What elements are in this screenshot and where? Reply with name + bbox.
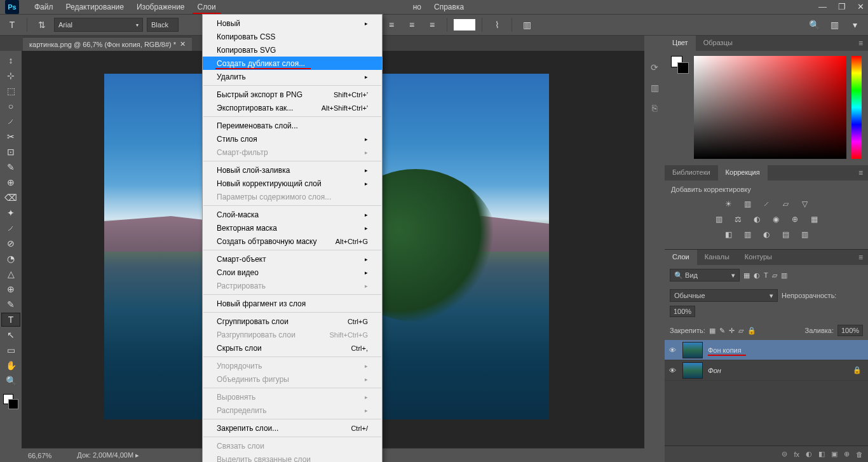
document-tab[interactable]: картинка.png @ 66,7% (Фон копия, RGB/8#)… bbox=[23, 37, 192, 51]
trash-icon[interactable]: 🗑 bbox=[856, 451, 863, 458]
adj-mixer-icon[interactable]: ⊕ bbox=[789, 214, 801, 225]
tool-hand[interactable]: ✋ bbox=[1, 358, 20, 372]
tool-marquee[interactable]: ⬚ bbox=[1, 84, 20, 98]
tab-adjustments[interactable]: Коррекция bbox=[718, 165, 768, 180]
blend-mode-select[interactable]: Обычные▾ bbox=[670, 289, 778, 302]
menu-group[interactable]: Сгруппировать слоиCtrl+G bbox=[203, 315, 382, 328]
new-layer-icon[interactable]: ⊕ bbox=[844, 450, 850, 458]
filter-smart-icon[interactable]: ▥ bbox=[781, 271, 787, 280]
tool-move[interactable]: ↕ bbox=[1, 53, 20, 67]
text-color-swatch[interactable] bbox=[454, 19, 475, 31]
fx-icon[interactable]: fx bbox=[794, 451, 799, 458]
menu-smart-object[interactable]: Смарт-объект▸ bbox=[203, 252, 382, 266]
font-select[interactable]: Arial▾ bbox=[54, 18, 143, 32]
tab-libraries[interactable]: Библиотеки bbox=[665, 165, 718, 180]
tool-blur[interactable]: △ bbox=[1, 267, 20, 281]
hue-slider[interactable] bbox=[851, 56, 862, 159]
tool-history[interactable]: ⟋ bbox=[1, 221, 20, 235]
layer-kind-select[interactable]: 🔍 Вид▾ bbox=[670, 269, 740, 282]
tool-type[interactable]: T bbox=[1, 313, 20, 327]
tool-heal[interactable]: ⊕ bbox=[1, 175, 20, 189]
menu-export-png[interactable]: Быстрый экспорт в PNGShift+Ctrl+' bbox=[203, 88, 382, 101]
menu-clip-mask[interactable]: Создать обтравочную маскуAlt+Ctrl+G bbox=[203, 234, 382, 248]
tool-clone[interactable]: ✦ bbox=[1, 206, 20, 220]
layer-row[interactable]: 👁 Фон копия bbox=[665, 340, 868, 360]
type-tool-icon[interactable]: T bbox=[4, 17, 20, 33]
menu-new[interactable]: Новый▸ bbox=[203, 17, 382, 30]
filter-adj-icon[interactable]: ◐ bbox=[754, 271, 760, 280]
menu-new-slice[interactable]: Новый фрагмент из слоя bbox=[203, 297, 382, 310]
adj-balance-icon[interactable]: ⚖ bbox=[731, 214, 744, 225]
menu-hide[interactable]: Скрыть слоиCtrl+, bbox=[203, 341, 382, 355]
menu-layers[interactable]: Слои bbox=[191, 1, 222, 13]
menu-copy-css[interactable]: Копировать CSS bbox=[203, 30, 382, 43]
visibility-icon[interactable]: 👁 bbox=[667, 346, 677, 354]
menu-new-fill[interactable]: Новый слой-заливка▸ bbox=[203, 163, 382, 177]
zoom-level[interactable]: 66,67% bbox=[28, 452, 51, 459]
align-right-icon[interactable]: ≡ bbox=[424, 17, 440, 33]
tab-paths[interactable]: Контуры bbox=[737, 250, 780, 265]
workspace-chevron-icon[interactable]: ▾ bbox=[846, 17, 863, 33]
adj-hue-icon[interactable]: ▥ bbox=[712, 214, 725, 225]
panel-icon-history[interactable]: ⟳ bbox=[647, 60, 662, 75]
layer-thumbnail[interactable] bbox=[682, 342, 703, 358]
tool-crop[interactable]: ✂ bbox=[1, 130, 20, 144]
maximize-icon[interactable]: ❐ bbox=[838, 2, 846, 11]
tab-swatches[interactable]: Образцы bbox=[696, 36, 740, 51]
menu-copy-svg[interactable]: Копировать SVG bbox=[203, 43, 382, 57]
tool-zoom[interactable]: 🔍 bbox=[1, 374, 20, 388]
menu-layer-mask[interactable]: Слой-маска▸ bbox=[203, 208, 382, 221]
adj-poster-icon[interactable]: ▥ bbox=[741, 229, 754, 240]
layer-row[interactable]: 👁 Фон 🔒 bbox=[665, 360, 868, 381]
lock-trans-icon[interactable]: ▦ bbox=[709, 327, 715, 335]
adj-levels-icon[interactable]: ▥ bbox=[741, 198, 754, 210]
opacity-value[interactable]: 100% bbox=[670, 306, 695, 317]
tab-channels[interactable]: Каналы bbox=[697, 250, 737, 265]
orientation-icon[interactable]: ⇅ bbox=[34, 17, 50, 33]
search-icon[interactable]: 🔍 bbox=[806, 17, 822, 33]
filter-image-icon[interactable]: ▦ bbox=[743, 271, 750, 280]
adj-selective-icon[interactable]: ▥ bbox=[798, 229, 811, 240]
visibility-icon[interactable]: 👁 bbox=[667, 367, 677, 374]
close-icon[interactable]: ✕ bbox=[857, 2, 864, 11]
tool-eraser[interactable]: ⊘ bbox=[1, 236, 20, 250]
menu-delete[interactable]: Удалить▸ bbox=[203, 70, 382, 83]
menu-file[interactable]: Файл bbox=[28, 1, 60, 13]
menu-image[interactable]: Изображение bbox=[130, 1, 191, 13]
adj-invert-icon[interactable]: ◧ bbox=[722, 229, 735, 240]
menu-export-as[interactable]: Экспортировать как...Alt+Shift+Ctrl+' bbox=[203, 101, 382, 114]
adj-bw-icon[interactable]: ◐ bbox=[750, 214, 763, 225]
tool-pen[interactable]: ✎ bbox=[1, 297, 20, 311]
tool-shape[interactable]: ▭ bbox=[1, 343, 20, 357]
tool-artboard[interactable]: ⊹ bbox=[1, 69, 20, 83]
tab-close-icon[interactable]: ✕ bbox=[180, 40, 186, 48]
tool-path[interactable]: ↖ bbox=[1, 328, 20, 342]
group-icon[interactable]: ▣ bbox=[831, 450, 837, 458]
adj-lut-icon[interactable]: ▦ bbox=[808, 214, 820, 225]
lock-move-icon[interactable]: ✛ bbox=[729, 327, 735, 335]
lock-paint-icon[interactable]: ✎ bbox=[719, 327, 725, 335]
adj-layer-icon[interactable]: ◧ bbox=[818, 450, 825, 458]
panel-icon-properties[interactable]: ▥ bbox=[647, 80, 662, 95]
fill-value[interactable]: 100% bbox=[837, 325, 863, 336]
mask-icon[interactable]: ◐ bbox=[806, 450, 812, 458]
lock-artboard-icon[interactable]: ▱ bbox=[738, 327, 743, 335]
doc-info[interactable]: Док: 2,00M/4,00M ▸ bbox=[77, 451, 139, 459]
link-layers-icon[interactable]: ⊝ bbox=[782, 450, 787, 458]
tool-gradient[interactable]: ◔ bbox=[1, 252, 20, 266]
panel-icon-char[interactable]: ⎘ bbox=[647, 100, 662, 116]
adj-brightness-icon[interactable]: ☀ bbox=[722, 198, 735, 210]
panel-menu-icon[interactable]: ≡ bbox=[853, 250, 868, 265]
menu-vector-mask[interactable]: Векторная маска▸ bbox=[203, 221, 382, 234]
font-color-select[interactable]: Black bbox=[147, 18, 179, 32]
menu-lock-layers[interactable]: Закрепить слои...Ctrl+/ bbox=[203, 421, 382, 435]
menu-duplicate-layer[interactable]: Создать дубликат слоя... bbox=[203, 57, 382, 70]
filter-type-icon[interactable]: T bbox=[764, 271, 768, 279]
tool-eyedropper[interactable]: ✎ bbox=[1, 160, 20, 174]
color-swatches[interactable] bbox=[671, 56, 689, 74]
minimize-icon[interactable]: — bbox=[818, 2, 827, 11]
adj-photo-icon[interactable]: ◉ bbox=[770, 214, 782, 225]
lock-all-icon[interactable]: 🔒 bbox=[747, 327, 756, 335]
layer-thumbnail[interactable] bbox=[682, 362, 703, 379]
panel-menu-icon[interactable]: ≡ bbox=[853, 165, 868, 180]
